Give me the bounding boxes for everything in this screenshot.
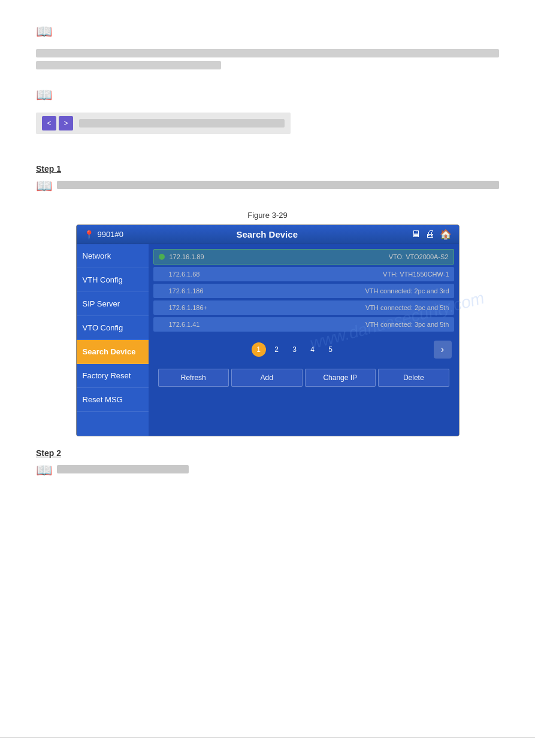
delete-button[interactable]: Delete <box>378 369 449 387</box>
sidebar-item-search-device[interactable]: Search Device <box>77 340 149 364</box>
sidebar-item-sip-server[interactable]: SIP Server <box>77 292 149 316</box>
second-book-icon: 📖 <box>36 87 52 103</box>
sidebar-item-vth-config[interactable]: VTH Config <box>77 268 149 292</box>
top-gray-bar-1 <box>36 49 499 57</box>
step2-label: Step 2 <box>36 448 499 458</box>
device-title: Search Device <box>123 229 411 239</box>
step1-book-icon: 📖 <box>36 178 52 194</box>
figure-label: Figure 3-29 <box>36 211 499 220</box>
step2-note-bar <box>57 465 189 473</box>
home-icon: 🏠 <box>440 229 452 240</box>
device-row-3-info: VTH connected: 2pc and 3rd <box>265 287 449 294</box>
device-body: Network VTH Config SIP Server VTO Config… <box>77 244 459 436</box>
page-1-btn[interactable]: 1 <box>252 342 266 357</box>
device-row-1-ip: 172.16.1.89 <box>170 253 261 260</box>
sidebar-item-vto-config[interactable]: VTO Config <box>77 316 149 340</box>
device-sidebar: Network VTH Config SIP Server VTO Config… <box>77 244 149 436</box>
device-row-5[interactable]: 172.6.1.41 VTH connected: 3pc and 5th <box>153 317 454 332</box>
device-header: 📍 9901#0 Search Device 🖥 🖨 🏠 <box>77 225 459 244</box>
top-book-icon: 📖 <box>36 24 52 40</box>
row-indicator-1 <box>159 254 165 260</box>
nav-prev-button[interactable]: < <box>42 116 56 130</box>
device-header-icons: 🖥 🖨 🏠 <box>411 229 452 240</box>
device-row-2-ip: 172.6.1.68 <box>169 271 261 278</box>
page-2-btn[interactable]: 2 <box>270 342 284 357</box>
nav-bar <box>79 119 285 127</box>
sidebar-item-factory-reset[interactable]: Factory Reset <box>77 364 149 388</box>
page-5-btn[interactable]: 5 <box>324 342 338 357</box>
sidebar-item-reset-msg[interactable]: Reset MSG <box>77 388 149 412</box>
device-row-1-info: VTO: VTO2000A-S2 <box>265 253 448 260</box>
device-row-5-ip: 172.6.1.41 <box>169 321 261 328</box>
device-row-2[interactable]: 172.6.1.68 VTH: VTH1550CHW-1 <box>153 267 454 281</box>
screen-icon: 🖥 <box>411 229 421 240</box>
device-row-3[interactable]: 172.6.1.186 VTH connected: 2pc and 3rd <box>153 284 454 298</box>
device-id: 9901#0 <box>98 230 123 239</box>
pagination-next-button[interactable]: › <box>434 341 452 359</box>
top-gray-bar-2 <box>36 61 221 69</box>
device-row-1[interactable]: 172.16.1.89 VTO: VTO2000A-S2 <box>153 249 454 265</box>
device-row-4-ip: 172.6.1.186+ <box>169 304 261 311</box>
nav-next-button[interactable]: > <box>59 116 73 130</box>
location-icon: 📍 <box>84 230 94 239</box>
device-pagination: 1 2 3 4 5 <box>156 338 434 362</box>
add-button[interactable]: Add <box>231 369 303 387</box>
bottom-divider <box>0 737 535 738</box>
page-4-btn[interactable]: 4 <box>306 342 320 357</box>
device-row-5-info: VTH connected: 3pc and 5th <box>265 321 449 328</box>
refresh-button[interactable]: Refresh <box>158 369 229 387</box>
device-row-3-ip: 172.6.1.186 <box>169 287 261 294</box>
page-3-btn[interactable]: 3 <box>288 342 302 357</box>
print-icon: 🖨 <box>425 229 435 240</box>
step2-book-icon: 📖 <box>36 463 52 478</box>
nav-button-group: < > <box>36 113 291 134</box>
device-row-4[interactable]: 172.6.1.186+ VTH connected: 2pc and 5th <box>153 300 454 315</box>
step1-note-bar <box>57 181 499 189</box>
device-id-area: 📍 9901#0 <box>84 230 123 239</box>
change-ip-button[interactable]: Change IP <box>305 369 376 387</box>
device-row-4-info: VTH connected: 2pc and 5th <box>265 304 449 311</box>
step1-label: Step 1 <box>36 164 499 174</box>
device-main-content: 172.16.1.89 VTO: VTO2000A-S2 172.6.1.68 … <box>149 244 459 436</box>
device-row-2-info: VTH: VTH1550CHW-1 <box>265 271 449 278</box>
device-ui-screenshot: 📍 9901#0 Search Device 🖥 🖨 🏠 Network VTH… <box>76 224 460 436</box>
device-action-buttons: Refresh Add Change IP Delete <box>153 365 454 390</box>
sidebar-item-network[interactable]: Network <box>77 244 149 268</box>
